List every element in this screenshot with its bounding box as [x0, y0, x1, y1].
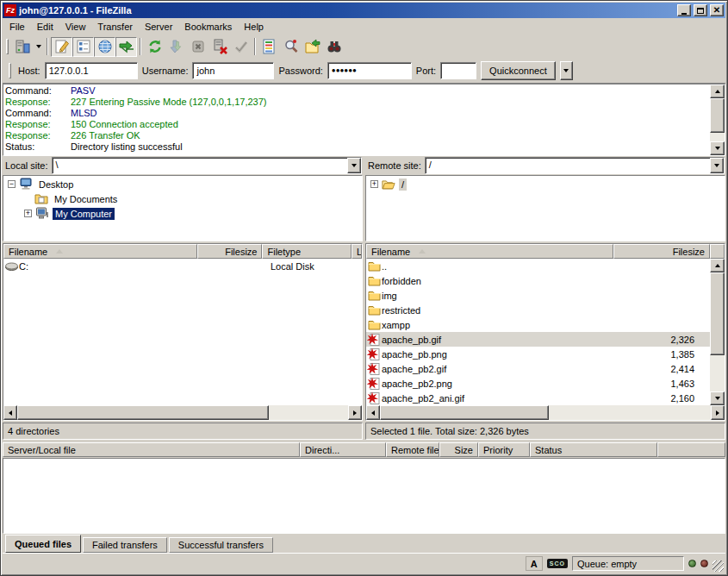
scrollbar-thumb[interactable]: [710, 272, 725, 355]
column-header-filesize[interactable]: Filesize: [613, 244, 710, 259]
cancel-button[interactable]: [187, 37, 208, 57]
remote-row-folder[interactable]: ..: [366, 259, 710, 273]
tree-item-label-selected[interactable]: My Computer: [53, 208, 115, 220]
local-row-c-drive[interactable]: C: Local Disk: [3, 259, 362, 273]
title-bar[interactable]: Fz john@127.0.0.1 - FileZilla ✕: [3, 3, 725, 18]
resize-grip[interactable]: [712, 560, 724, 572]
toolbar-grip[interactable]: [6, 39, 9, 54]
column-header-filename[interactable]: Filename: [366, 244, 613, 259]
speed-limit-icon[interactable]: SCO: [547, 559, 568, 568]
column-header-filetype[interactable]: Filetype: [262, 244, 352, 259]
menu-bookmarks[interactable]: Bookmarks: [178, 19, 238, 34]
remote-row-folder[interactable]: xampp: [366, 317, 710, 332]
username-input[interactable]: [192, 62, 274, 79]
scroll-down-button[interactable]: [710, 391, 725, 405]
column-header-remote-file[interactable]: Remote file: [386, 442, 439, 457]
filter-button[interactable]: [280, 37, 302, 57]
collapse-box[interactable]: −: [8, 180, 16, 188]
remote-row-folder[interactable]: img: [366, 288, 710, 303]
local-tree-toggle-button[interactable]: [72, 37, 94, 57]
column-header-filesize[interactable]: Filesize: [197, 244, 263, 259]
scroll-right-button[interactable]: [711, 405, 725, 420]
transfer-queue-toggle-button[interactable]: [115, 37, 137, 57]
refresh-button[interactable]: [144, 37, 165, 57]
password-input[interactable]: [327, 62, 412, 79]
column-header-filename[interactable]: Filename: [3, 244, 197, 259]
column-header-priority[interactable]: Priority: [478, 442, 530, 457]
remote-row-folder[interactable]: forbidden: [366, 273, 710, 288]
port-input[interactable]: [440, 62, 476, 79]
tab-successful-transfers[interactable]: Successful transfers: [169, 537, 273, 553]
column-header-status[interactable]: Status: [530, 442, 657, 457]
scroll-up-button[interactable]: [710, 259, 725, 272]
tab-failed-transfers[interactable]: Failed transfers: [83, 537, 167, 553]
find-files-button[interactable]: [323, 37, 345, 57]
remote-site-dropdown[interactable]: [710, 158, 724, 173]
tree-item-desktop[interactable]: − Desktop: [3, 177, 362, 191]
local-site-value[interactable]: \: [53, 158, 347, 173]
remote-site-combo[interactable]: /: [425, 157, 725, 174]
host-input[interactable]: [45, 62, 138, 79]
message-log-toggle-button[interactable]: [51, 37, 72, 57]
message-log-lines: Command:PASV Response:227 Entering Passi…: [3, 85, 710, 155]
remote-row-file[interactable]: apache_pb2_ani.gif2,160: [366, 391, 710, 405]
local-hscrollbar[interactable]: [3, 405, 362, 420]
remote-row-file[interactable]: apache_pb.png1,385: [366, 347, 710, 361]
local-site-dropdown[interactable]: [347, 158, 361, 173]
local-site-combo[interactable]: \: [52, 157, 362, 174]
remote-tree-toggle-button[interactable]: [94, 37, 115, 57]
scroll-up-button[interactable]: [710, 85, 725, 98]
quickconnect-button[interactable]: Quickconnect: [481, 61, 556, 80]
tree-item-my-documents[interactable]: My Documents: [3, 191, 362, 206]
transfer-type-indicator[interactable]: A: [526, 556, 543, 571]
scroll-down-button[interactable]: [710, 141, 725, 155]
process-queue-button[interactable]: [165, 37, 187, 57]
disconnect-button[interactable]: [208, 37, 230, 57]
directory-comparison-button[interactable]: [258, 37, 280, 57]
synchronized-browsing-button[interactable]: [302, 37, 323, 57]
menu-edit[interactable]: Edit: [31, 19, 59, 34]
menu-file[interactable]: File: [3, 19, 31, 34]
queue-body[interactable]: [3, 458, 725, 534]
menu-help[interactable]: Help: [238, 19, 270, 34]
site-manager-button[interactable]: [11, 37, 33, 57]
remote-site-value[interactable]: /: [426, 158, 710, 173]
remote-row-file[interactable]: apache_pb2.png1,463: [366, 376, 710, 391]
image-file-icon: [366, 362, 382, 376]
column-header-lastmodified[interactable]: L: [352, 244, 362, 259]
remote-vscrollbar[interactable]: [710, 259, 725, 405]
filezilla-app-icon[interactable]: Fz: [4, 4, 16, 16]
scrollbar-thumb[interactable]: [710, 98, 725, 133]
close-button[interactable]: ✕: [710, 4, 724, 16]
tree-item-label[interactable]: Desktop: [36, 178, 76, 191]
tab-queued-files[interactable]: Queued files: [5, 535, 81, 553]
tree-item-root[interactable]: + /: [366, 177, 725, 191]
tree-item-label[interactable]: My Documents: [52, 193, 120, 205]
scroll-right-button[interactable]: [348, 405, 362, 420]
tree-item-my-computer[interactable]: + My Computer: [3, 206, 362, 221]
expand-box[interactable]: +: [370, 180, 378, 188]
remote-row-file-selected[interactable]: apache_pb.gif2,326: [366, 332, 710, 347]
scrollbar-thumb[interactable]: [17, 405, 269, 420]
tree-item-label-selected[interactable]: /: [399, 178, 407, 191]
scrollbar-thumb[interactable]: [380, 405, 549, 420]
column-header-size[interactable]: Size: [439, 442, 478, 457]
scroll-left-button[interactable]: [366, 405, 380, 420]
quickconnect-grip[interactable]: [9, 63, 11, 78]
menu-transfer[interactable]: Transfer: [91, 19, 139, 34]
minimize-button[interactable]: [677, 4, 691, 16]
maximize-button[interactable]: [694, 4, 707, 16]
scroll-left-button[interactable]: [3, 405, 17, 420]
menu-server[interactable]: Server: [139, 19, 178, 34]
site-manager-dropdown[interactable]: [33, 37, 44, 57]
log-scrollbar[interactable]: [710, 85, 725, 155]
column-header-server-local-file[interactable]: Server/Local file: [3, 442, 300, 457]
remote-row-folder[interactable]: restricted: [366, 303, 710, 317]
reconnect-button[interactable]: [230, 37, 252, 57]
column-header-direction[interactable]: Directi...: [300, 442, 386, 457]
expand-box[interactable]: +: [24, 210, 32, 217]
remote-hscrollbar[interactable]: [366, 405, 725, 420]
quickconnect-dropdown[interactable]: [560, 61, 573, 80]
remote-row-file[interactable]: apache_pb2.gif2,414: [366, 361, 710, 376]
menu-view[interactable]: View: [59, 19, 92, 34]
